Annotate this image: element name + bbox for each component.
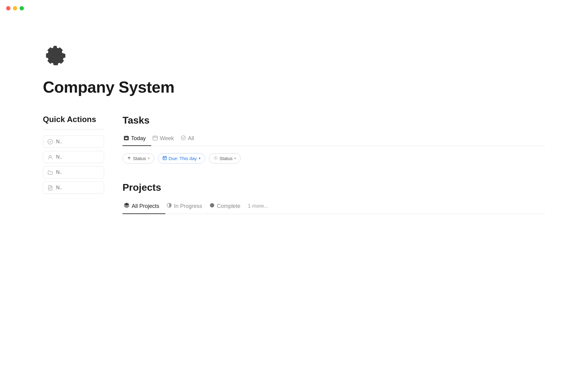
tab-all-projects-label: All Projects bbox=[132, 203, 159, 209]
tasks-heading: Tasks bbox=[123, 115, 545, 126]
checkmark-circle-icon bbox=[47, 139, 53, 144]
svg-rect-4 bbox=[125, 138, 128, 139]
status-filter-label: Status bbox=[133, 156, 146, 161]
quick-action-item-0[interactable]: N.. bbox=[43, 136, 104, 148]
due-filter-chip[interactable]: Due: This day ▾ bbox=[158, 153, 205, 163]
svg-rect-8 bbox=[164, 158, 164, 159]
status2-filter-chip[interactable]: Status ▾ bbox=[209, 153, 241, 163]
quick-action-item-3[interactable]: N.. bbox=[43, 182, 104, 194]
page-title: Company System bbox=[43, 78, 545, 96]
status2-filter-chevron: ▾ bbox=[234, 156, 236, 160]
close-button[interactable] bbox=[6, 6, 10, 10]
svg-point-0 bbox=[48, 139, 53, 144]
tab-today[interactable]: Today bbox=[123, 132, 151, 146]
arrow-up-icon bbox=[127, 156, 131, 161]
main-content: Company System Quick Actions N.. bbox=[43, 43, 545, 232]
projects-section: Projects All Projects bbox=[123, 182, 545, 214]
due-filter-label: Due: This day bbox=[169, 156, 197, 161]
svg-point-13 bbox=[210, 203, 214, 208]
sparkle-icon bbox=[213, 156, 218, 161]
projects-tabs-row: All Projects In Progress bbox=[123, 199, 545, 214]
page-icon-container bbox=[43, 43, 545, 69]
minimize-button[interactable] bbox=[13, 6, 17, 10]
quick-actions-divider bbox=[43, 129, 104, 129]
maximize-button[interactable] bbox=[20, 6, 24, 10]
quick-action-label-1: N.. bbox=[56, 154, 62, 160]
tasks-section: Tasks Today bbox=[123, 115, 545, 163]
status-filter-chip[interactable]: Status ▾ bbox=[123, 153, 154, 163]
quick-actions-heading: Quick Actions bbox=[43, 115, 104, 124]
svg-rect-7 bbox=[163, 157, 167, 160]
window-controls bbox=[6, 6, 24, 10]
projects-heading: Projects bbox=[123, 182, 545, 193]
right-content: Tasks Today bbox=[123, 115, 545, 232]
quick-action-label-2: N.. bbox=[56, 170, 62, 175]
tab-all-projects[interactable]: All Projects bbox=[123, 199, 165, 214]
svg-rect-3 bbox=[124, 136, 129, 137]
status-filter-chevron: ▾ bbox=[148, 156, 150, 160]
calendar-today-icon bbox=[124, 135, 129, 142]
tab-in-progress[interactable]: In Progress bbox=[165, 200, 208, 214]
svg-point-11 bbox=[215, 157, 216, 159]
tab-week-label: Week bbox=[160, 135, 174, 142]
quick-action-item-1[interactable]: N.. bbox=[43, 151, 104, 163]
tab-in-progress-label: In Progress bbox=[174, 203, 202, 209]
layers-icon bbox=[124, 202, 130, 210]
tab-complete[interactable]: Complete bbox=[208, 200, 247, 214]
content-columns: Quick Actions N.. N.. bbox=[43, 115, 545, 232]
calendar-week-icon bbox=[153, 135, 158, 142]
tab-all-label: All bbox=[188, 135, 194, 142]
folder-icon bbox=[47, 170, 53, 175]
tab-today-label: Today bbox=[131, 135, 146, 142]
tab-more-label: 1 more... bbox=[248, 203, 268, 209]
tab-all[interactable]: All bbox=[179, 132, 200, 146]
svg-rect-9 bbox=[164, 158, 165, 159]
quick-actions-panel: Quick Actions N.. N.. bbox=[43, 115, 104, 197]
status2-filter-label: Status bbox=[220, 156, 233, 161]
circle-filled-icon bbox=[209, 203, 215, 209]
svg-point-6 bbox=[181, 136, 185, 140]
calendar-grid-icon bbox=[163, 156, 167, 161]
svg-rect-5 bbox=[153, 136, 157, 140]
quick-action-label-3: N.. bbox=[56, 185, 62, 190]
quick-action-item-2[interactable]: N.. bbox=[43, 166, 104, 178]
document-icon bbox=[47, 185, 53, 190]
checkmark-all-icon bbox=[181, 135, 186, 142]
half-circle-icon bbox=[167, 203, 172, 209]
person-icon bbox=[47, 154, 53, 160]
tasks-filter-row: Status ▾ Due bbox=[123, 153, 545, 163]
gear-icon bbox=[43, 63, 67, 68]
due-filter-chevron: ▾ bbox=[199, 156, 201, 160]
tasks-tabs-row: Today Week bbox=[123, 132, 545, 146]
tab-week[interactable]: Week bbox=[151, 132, 179, 146]
tab-complete-label: Complete bbox=[217, 203, 240, 209]
quick-action-label-0: N.. bbox=[56, 139, 62, 144]
tab-more[interactable]: 1 more... bbox=[247, 200, 274, 213]
